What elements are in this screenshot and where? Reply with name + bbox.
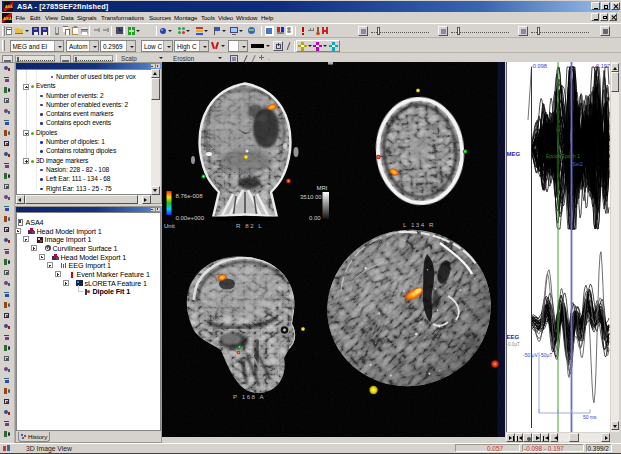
svg-text:P 168 A: P 168 A [233,393,265,400]
svg-text:-0.0µT: -0.0µT [507,342,521,347]
svg-text:0.00e+000: 0.00e+000 [176,215,205,221]
svg-text:R 82 L: R 82 L [236,222,263,229]
svg-text:-0.098: -0.098 [531,63,547,69]
svg-text:MEG: MEG [507,151,521,157]
svg-text:EEG: EEG [507,334,520,340]
svg-text:8.76e-008: 8.76e-008 [176,193,204,199]
svg-text:3510.00: 3510.00 [300,194,322,200]
svg-text:MRI: MRI [317,185,328,191]
svg-text:Epoch Epoch 1: Epoch Epoch 1 [546,153,580,159]
svg-text:L 134 R: L 134 R [403,221,435,228]
svg-text:50 ms: 50 ms [583,414,597,420]
svg-text:Set2: Set2 [573,161,584,167]
svg-text:0.197: 0.197 [596,63,610,69]
svg-text:0.00: 0.00 [309,215,321,221]
svg-text:Unit: Unit [164,223,175,229]
svg-text:-50 µV -50µT: -50 µV -50µT [523,352,552,358]
